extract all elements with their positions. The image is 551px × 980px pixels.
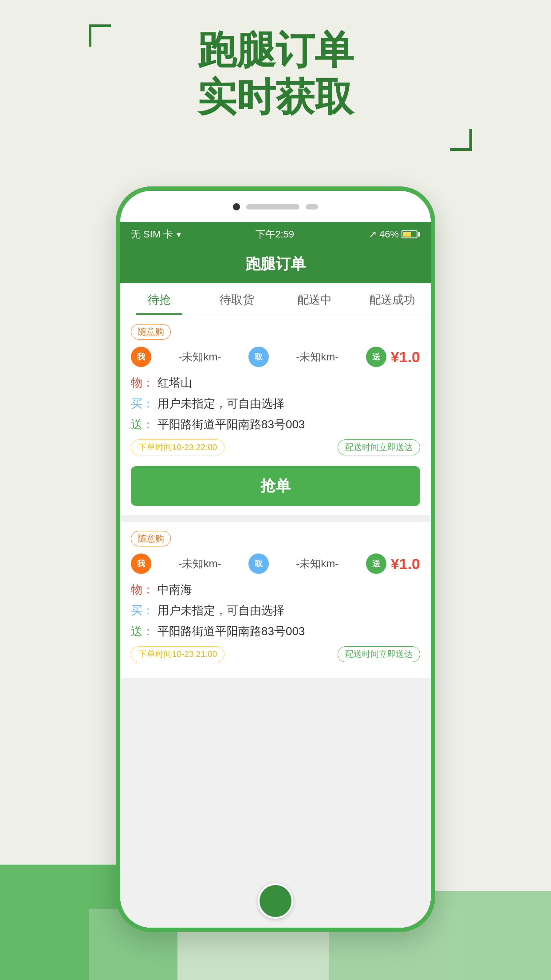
- song-value-2: 平阳路街道平阳南路83号003: [157, 624, 305, 639]
- song-row-2: 送： 平阳路街道平阳南路83号003: [131, 624, 420, 639]
- tab-daiquhuo[interactable]: 待取货: [198, 283, 276, 315]
- mai-value-1: 用户未指定，可自由选择: [157, 396, 284, 411]
- tab-peisongchenggong[interactable]: 配送成功: [353, 283, 431, 315]
- song-value-1: 平阳路街道平阳南路83号003: [157, 417, 305, 432]
- phone-camera: [306, 204, 318, 209]
- icon-deliver-1: 送: [366, 347, 386, 367]
- wu-label-2: 物：: [131, 582, 154, 597]
- wu-label-1: 物：: [131, 375, 154, 391]
- order-time-tag-2: 下单时间10-23 21:00: [131, 646, 224, 662]
- battery-tip: [418, 232, 420, 237]
- order-tag-1: 随意购: [131, 324, 171, 340]
- tab-peisongzhong[interactable]: 配送中: [276, 283, 353, 315]
- deliver-time-tag-2: 配送时间立即送达: [338, 646, 420, 662]
- mai-value-2: 用户未指定，可自由选择: [157, 603, 284, 618]
- mai-row-1: 买： 用户未指定，可自由选择: [131, 396, 420, 411]
- status-time: 下午2:59: [256, 228, 294, 241]
- song-label-1: 送：: [131, 417, 154, 432]
- side-btn-power: [433, 337, 435, 391]
- phone-screen: 无 SIM 卡 ▾ 下午2:59 ↗ 46% 跑腿订单: [120, 222, 431, 928]
- side-btn-volume-up: [116, 315, 118, 351]
- battery-pct: 46%: [379, 229, 399, 240]
- price-1: ¥1.0: [391, 348, 420, 366]
- phone-top-bar: [120, 203, 431, 210]
- hero-title: 跑腿订单 实时获取: [197, 27, 354, 120]
- status-left: 无 SIM 卡 ▾: [131, 228, 181, 241]
- order-card-1: 随意购 我 -未知km- 取 -未知km- 送 ¥1.0 物： 红塔山: [120, 315, 431, 515]
- time-tags-row-2: 下单时间10-23 21:00 配送时间立即送达: [131, 646, 420, 662]
- phone-outer: 无 SIM 卡 ▾ 下午2:59 ↗ 46% 跑腿订单: [116, 186, 435, 932]
- wu-value-1: 红塔山: [157, 375, 192, 391]
- route-row-2: 我 -未知km- 取 -未知km- 送 ¥1.0: [131, 553, 420, 574]
- order-tag-2: 随意购: [131, 531, 171, 546]
- app-title: 跑腿订单: [245, 255, 306, 272]
- tab-daiqiang[interactable]: 待抢: [120, 283, 198, 315]
- status-bar: 无 SIM 卡 ▾ 下午2:59 ↗ 46%: [120, 222, 431, 247]
- icon-deliver-2: 送: [366, 553, 386, 574]
- bracket-bottom-right: [450, 129, 472, 151]
- route-row-1: 我 -未知km- 取 -未知km- 送 ¥1.0: [131, 347, 420, 367]
- from-km-1: -未知km-: [156, 350, 244, 364]
- wu-row-2: 物： 中南海: [131, 582, 420, 597]
- hero-line1: 跑腿订单: [197, 27, 354, 74]
- song-row-1: 送： 平阳路街道平阳南路83号003: [131, 417, 420, 432]
- order-card-2: 随意购 我 -未知km- 取 -未知km- 送 ¥1.0 物： 中南海: [120, 522, 431, 678]
- price-2: ¥1.0: [391, 555, 420, 573]
- status-right: ↗ 46%: [369, 229, 420, 240]
- wu-value-2: 中南海: [157, 582, 192, 597]
- phone-mockup: 无 SIM 卡 ▾ 下午2:59 ↗ 46% 跑腿订单: [116, 186, 435, 932]
- pick-km-1: -未知km-: [273, 350, 362, 364]
- wifi-icon: ▾: [177, 229, 181, 240]
- hero-line2: 实时获取: [197, 74, 354, 121]
- grab-button-1[interactable]: 抢单: [131, 466, 420, 506]
- wu-row-1: 物： 红塔山: [131, 375, 420, 391]
- from-km-2: -未知km-: [156, 557, 244, 571]
- phone-home-button[interactable]: [258, 883, 293, 919]
- app-header: 跑腿订单: [120, 247, 431, 283]
- phone-dot: [233, 203, 240, 210]
- pick-km-2: -未知km-: [273, 557, 362, 571]
- battery-body: [401, 230, 417, 238]
- order-time-tag-1: 下单时间10-23 22:00: [131, 439, 224, 455]
- mai-row-2: 买： 用户未指定，可自由选择: [131, 603, 420, 618]
- icon-pick-1: 取: [248, 347, 269, 367]
- mai-label-2: 买：: [131, 603, 154, 618]
- phone-speaker: [246, 204, 299, 209]
- hero-text: 跑腿订单 实时获取: [0, 27, 551, 120]
- icon-me-2: 我: [131, 553, 151, 574]
- mai-label-1: 买：: [131, 396, 154, 411]
- battery-fill: [403, 232, 411, 237]
- side-btn-volume-down: [116, 360, 118, 395]
- deliver-time-tag-1: 配送时间立即送达: [338, 439, 420, 455]
- location-icon: ↗: [369, 229, 377, 240]
- tabs-bar[interactable]: 待抢 待取货 配送中 配送成功: [120, 283, 431, 315]
- time-tags-row-1: 下单时间10-23 22:00 配送时间立即送达: [131, 439, 420, 455]
- icon-me-1: 我: [131, 347, 151, 367]
- carrier-text: 无 SIM 卡: [131, 228, 173, 241]
- icon-pick-2: 取: [248, 553, 269, 574]
- song-label-2: 送：: [131, 624, 154, 639]
- battery-icon: [401, 230, 420, 238]
- orders-scroll[interactable]: 随意购 我 -未知km- 取 -未知km- 送 ¥1.0 物： 红塔山: [120, 315, 431, 928]
